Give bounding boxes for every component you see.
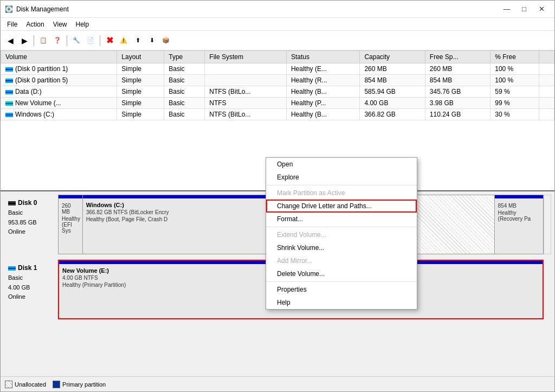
- table-row[interactable]: (Disk 0 partition 5) Simple Basic Health…: [1, 75, 554, 86]
- cell-fs-4: NTFS (BitLo...: [205, 109, 287, 120]
- volume-icon-3: [5, 101, 13, 106]
- cell-volume-3: New Volume (...: [1, 98, 117, 109]
- cell-capacity-4: 366.82 GB: [360, 109, 425, 120]
- legend-unallocated-icon: [5, 381, 12, 388]
- toolbar-btn-6[interactable]: ⬆: [131, 34, 144, 47]
- cell-type-4: Basic: [164, 109, 205, 120]
- ctx-open[interactable]: Open: [266, 158, 417, 171]
- titlebar-controls: — □ ✕: [498, 3, 550, 15]
- disk-map-scrollbar[interactable]: [544, 195, 551, 254]
- cell-capacity-3: 4.00 GB: [360, 98, 425, 109]
- toolbar-separator-2: [67, 35, 67, 46]
- disk-1-label: Disk 1 Basic 4.00 GB Online: [4, 260, 58, 319]
- table-row[interactable]: Windows (C:) Simple Basic NTFS (BitLo...…: [1, 109, 554, 120]
- col-filesystem[interactable]: File System: [205, 51, 287, 63]
- legend-unallocated: Unallocated: [5, 381, 46, 388]
- cell-volume-0: (Disk 0 partition 1): [1, 63, 117, 75]
- toolbar-btn-2[interactable]: ❓: [51, 34, 64, 47]
- menu-file[interactable]: File: [3, 20, 22, 29]
- disk-1-type: Basic: [8, 273, 54, 283]
- ctx-properties[interactable]: Properties: [266, 283, 417, 296]
- forward-button[interactable]: ▶: [18, 34, 31, 47]
- toolbar-btn-7[interactable]: ⬇: [145, 34, 158, 47]
- disk-0-status: Online: [8, 227, 54, 237]
- disk-0-partition-4[interactable]: 854 MB Healthy (Recovery Pa: [495, 195, 543, 254]
- ctx-shrink-volume[interactable]: Shrink Volume...: [266, 241, 417, 254]
- col-freespace[interactable]: Free Sp...: [425, 51, 490, 63]
- disk-1-icon: [8, 266, 16, 271]
- col-pctfree[interactable]: % Free: [491, 51, 539, 63]
- cell-layout-2: Simple: [117, 86, 164, 98]
- cell-type-2: Basic: [164, 86, 205, 98]
- disk-0-partition-1[interactable]: 260 MB Healthy (EFI Sys: [59, 195, 83, 254]
- legend-primary: Primary partition: [53, 381, 106, 388]
- volume-icon-4: [5, 113, 13, 117]
- ctx-sep-3: [266, 281, 417, 282]
- toolbar-btn-8[interactable]: 📦: [159, 34, 172, 47]
- table-row[interactable]: New Volume (... Simple Basic NTFS Health…: [1, 98, 554, 109]
- cell-free-4: 110.24 GB: [425, 109, 490, 120]
- volume-icon-0: [5, 67, 13, 72]
- legend-primary-icon: [53, 381, 60, 388]
- cell-layout-0: Simple: [117, 63, 164, 75]
- toolbar-btn-1[interactable]: 📋: [37, 34, 50, 47]
- disk-0-label: Disk 0 Basic 953.85 GB Online: [4, 195, 58, 254]
- menu-help[interactable]: Help: [72, 20, 94, 29]
- menu-view[interactable]: View: [49, 20, 72, 29]
- cell-status-0: Healthy (E...: [286, 63, 360, 75]
- col-layout[interactable]: Layout: [117, 51, 164, 63]
- toolbar-btn-delete[interactable]: ✖: [103, 34, 116, 47]
- app-icon: 💽: [5, 5, 13, 13]
- cell-fs-1: [205, 75, 287, 86]
- col-type[interactable]: Type: [164, 51, 205, 63]
- ctx-sep-2: [266, 227, 417, 227]
- cell-fs-0: [205, 63, 287, 75]
- cell-volume-1: (Disk 0 partition 5): [1, 75, 117, 86]
- col-extra: [539, 51, 554, 63]
- table-row[interactable]: (Disk 0 partition 1) Simple Basic Health…: [1, 63, 554, 75]
- table-row[interactable]: Data (D:) Simple Basic NTFS (BitLo... He…: [1, 86, 554, 98]
- cell-pct-3: 99 %: [491, 98, 539, 109]
- cell-volume-4: Windows (C:): [1, 109, 117, 120]
- col-status[interactable]: Status: [286, 51, 360, 63]
- minimize-button[interactable]: —: [498, 3, 515, 15]
- disk-1-status: Online: [8, 292, 54, 302]
- cell-status-2: Healthy (B...: [286, 86, 360, 98]
- ctx-help[interactable]: Help: [266, 296, 417, 309]
- cell-layout-1: Simple: [117, 75, 164, 86]
- cell-capacity-2: 585.94 GB: [360, 86, 425, 98]
- close-button[interactable]: ✕: [533, 3, 550, 15]
- disk-0-type: Basic: [8, 208, 54, 218]
- titlebar-left: 💽 Disk Management: [5, 5, 69, 13]
- back-button[interactable]: ◀: [4, 34, 17, 47]
- ctx-delete-volume[interactable]: Delete Volume...: [266, 267, 417, 280]
- toolbar-btn-5[interactable]: ⚠️: [117, 34, 130, 47]
- cell-free-2: 345.76 GB: [425, 86, 490, 98]
- partition-bar-0-4: [495, 195, 543, 198]
- disk-0-name: Disk 0: [18, 198, 37, 208]
- partition-bar-0-1: [59, 195, 82, 198]
- cell-type-1: Basic: [164, 75, 205, 86]
- menu-action[interactable]: Action: [22, 20, 48, 29]
- toolbar-btn-4[interactable]: 📄: [84, 34, 97, 47]
- cell-fs-3: NTFS: [205, 98, 287, 109]
- disk-0-icon: [8, 201, 16, 205]
- col-volume[interactable]: Volume: [1, 51, 117, 63]
- legend: Unallocated Primary partition: [1, 376, 554, 391]
- maximize-button[interactable]: □: [515, 3, 533, 15]
- titlebar: 💽 Disk Management — □ ✕: [1, 1, 554, 18]
- disk-1-name: Disk 1: [18, 263, 37, 273]
- cell-type-3: Basic: [164, 98, 205, 109]
- context-menu[interactable]: Open Explore Mark Partition as Active Ch…: [266, 157, 417, 310]
- cell-type-0: Basic: [164, 63, 205, 75]
- legend-unallocated-label: Unallocated: [15, 381, 46, 388]
- toolbar-btn-3[interactable]: 🔧: [70, 34, 83, 47]
- volume-icon-2: [5, 90, 13, 94]
- legend-primary-label: Primary partition: [62, 381, 106, 388]
- toolbar: ◀ ▶ 📋 ❓ 🔧 📄 ✖ ⚠️ ⬆ ⬇ 📦: [1, 31, 554, 50]
- ctx-change-drive-letter[interactable]: Change Drive Letter and Paths...: [266, 200, 417, 213]
- ctx-format[interactable]: Format...: [266, 213, 417, 226]
- ctx-mark-active: Mark Partition as Active: [266, 187, 417, 200]
- col-capacity[interactable]: Capacity: [360, 51, 425, 63]
- ctx-explore[interactable]: Explore: [266, 171, 417, 184]
